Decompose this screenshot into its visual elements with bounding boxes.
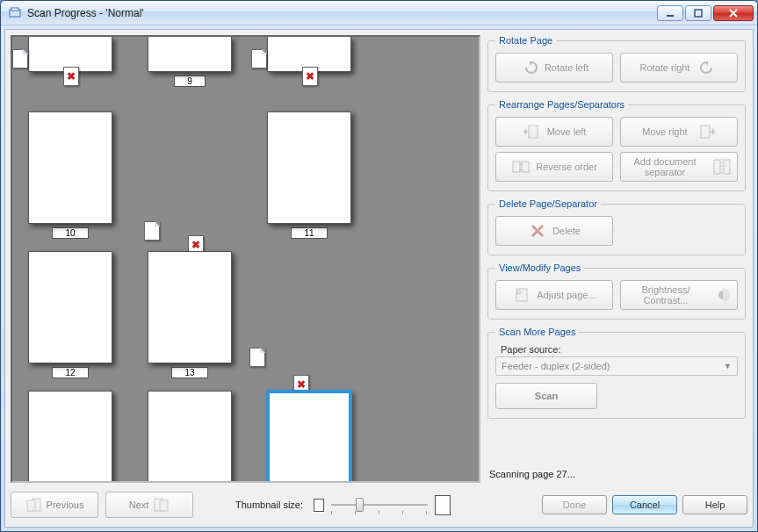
- svg-rect-1: [11, 8, 18, 11]
- adjust-icon: [512, 285, 531, 305]
- reverse-icon: [511, 157, 531, 176]
- app-icon: [8, 6, 22, 20]
- move-right-icon: [697, 122, 716, 141]
- thumb-cell[interactable]: 15: [148, 391, 232, 481]
- titlebar: Scan Progress - 'Normal': [1, 1, 757, 25]
- svg-rect-17: [160, 500, 168, 511]
- page-number: 10: [52, 227, 88, 239]
- page-thumb[interactable]: [28, 391, 112, 481]
- thumb-cell[interactable]: 14: [28, 391, 112, 481]
- maximize-button[interactable]: [685, 5, 711, 21]
- main-row: ✖ 9 ✖: [11, 35, 747, 483]
- svg-rect-3: [695, 10, 702, 17]
- move-right-label: Move right: [642, 126, 687, 137]
- thumb-cell[interactable]: ✖: [267, 266, 351, 378]
- thumbnail-size-label: Thumbnail size:: [235, 500, 303, 510]
- page-thumb[interactable]: [267, 111, 351, 224]
- svg-rect-9: [724, 160, 730, 174]
- paper-source-label: Paper source:: [501, 344, 738, 355]
- help-label: Help: [705, 500, 726, 510]
- close-button[interactable]: [713, 5, 754, 21]
- rearrange-group: Rearrange Pages/Separators Move left Mov…: [487, 99, 746, 191]
- page-thumb[interactable]: [28, 251, 112, 363]
- window-controls: [657, 5, 754, 21]
- rotate-left-icon: [520, 58, 539, 77]
- thumb-cell[interactable]: 10: [28, 111, 112, 239]
- scanmore-legend: Scan More Pages: [495, 327, 579, 337]
- brightness-icon: [714, 285, 732, 305]
- add-separator-label: Add document separator: [626, 156, 704, 177]
- cancel-button[interactable]: Cancel: [612, 495, 677, 514]
- window: Scan Progress - 'Normal' ✖: [0, 0, 758, 532]
- next-icon: [154, 498, 170, 512]
- scanmore-group: Scan More Pages Paper source: Feeder - d…: [487, 327, 746, 419]
- adjust-page-button[interactable]: Adjust page...: [495, 280, 613, 310]
- svg-rect-8: [714, 160, 720, 174]
- page-thumb[interactable]: [28, 111, 112, 224]
- page-thumb[interactable]: [148, 37, 232, 72]
- paper-source-value: Feeder - duplex (2-sided): [502, 361, 610, 371]
- thumb-cell[interactable]: 11: [267, 111, 351, 239]
- add-separator-button[interactable]: Add document separator: [620, 152, 738, 182]
- previous-label: Previous: [47, 500, 84, 510]
- minimize-button[interactable]: [657, 5, 683, 21]
- viewmod-group: View/Modify Pages Adjust page... Brightn…: [487, 262, 746, 320]
- side-panel: Rotate Page Rotate left Rotate right Re: [486, 35, 747, 483]
- scan-status: Scanning page 27...: [487, 462, 746, 483]
- page-thumb[interactable]: [148, 391, 232, 481]
- page-thumb[interactable]: [148, 251, 232, 363]
- delete-group: Delete Page/Separator Delete: [487, 198, 746, 255]
- paper-source-combo[interactable]: Feeder - duplex (2-sided) ▼: [495, 356, 738, 376]
- move-right-button[interactable]: Move right: [620, 117, 738, 147]
- thumb-cell[interactable]: ✖: [148, 126, 232, 239]
- delete-icon: [528, 221, 547, 241]
- thumb-cell[interactable]: 12: [28, 251, 112, 378]
- thumb-cell[interactable]: ✖: [267, 37, 351, 75]
- page-thumb-selected[interactable]: [267, 391, 351, 481]
- next-button[interactable]: Next: [105, 492, 193, 518]
- thumbnail-scroll: ✖ 9 ✖: [12, 37, 479, 481]
- done-button[interactable]: Done: [542, 495, 607, 514]
- brightness-label: Brightness/ Contrast...: [626, 284, 705, 306]
- svg-rect-5: [701, 126, 710, 138]
- move-left-button[interactable]: Move left: [495, 117, 613, 147]
- thumb-cell[interactable]: ✖: [28, 37, 112, 75]
- chevron-down-icon: ▼: [724, 362, 732, 370]
- page-number: 13: [171, 367, 207, 378]
- error-icon: ✖: [63, 67, 79, 86]
- window-title: Scan Progress - 'Normal': [27, 7, 657, 19]
- brightness-button[interactable]: Brightness/ Contrast...: [620, 280, 738, 310]
- previous-button[interactable]: Previous: [11, 492, 98, 518]
- delete-button[interactable]: Delete: [495, 216, 613, 246]
- thumb-cell[interactable]: 9: [148, 37, 232, 87]
- svg-rect-15: [27, 500, 35, 511]
- help-button[interactable]: Help: [682, 495, 747, 514]
- error-icon: ✖: [302, 67, 318, 86]
- move-left-label: Move left: [547, 126, 587, 137]
- document-icon: [249, 348, 265, 367]
- svg-rect-6: [513, 162, 520, 172]
- rotate-legend: Rotate Page: [495, 35, 556, 46]
- previous-icon: [25, 498, 41, 512]
- page-number: 11: [291, 227, 327, 239]
- thumbnail-size-slider[interactable]: [331, 497, 428, 513]
- slider-thumb[interactable]: [356, 498, 364, 512]
- scan-button[interactable]: Scan: [495, 383, 597, 409]
- reverse-label: Reverse order: [536, 162, 597, 172]
- svg-rect-2: [667, 15, 674, 17]
- rotate-left-button[interactable]: Rotate left: [495, 53, 613, 83]
- svg-rect-7: [522, 162, 529, 172]
- rotate-right-button[interactable]: Rotate right: [620, 53, 738, 83]
- next-label: Next: [129, 500, 149, 510]
- document-icon: [12, 49, 28, 68]
- thumb-cell[interactable]: 13: [148, 251, 232, 378]
- rearrange-legend: Rearrange Pages/Separators: [495, 99, 628, 110]
- page-number: 12: [52, 367, 88, 378]
- rotate-group: Rotate Page Rotate left Rotate right: [487, 35, 746, 92]
- thumb-cell[interactable]: 16: [267, 391, 351, 481]
- thumbnail-panel[interactable]: ✖ 9 ✖: [11, 35, 480, 483]
- thumbnail-size-control: [314, 495, 451, 515]
- reverse-order-button[interactable]: Reverse order: [495, 152, 613, 182]
- svg-rect-4: [529, 126, 538, 138]
- done-label: Done: [563, 500, 586, 510]
